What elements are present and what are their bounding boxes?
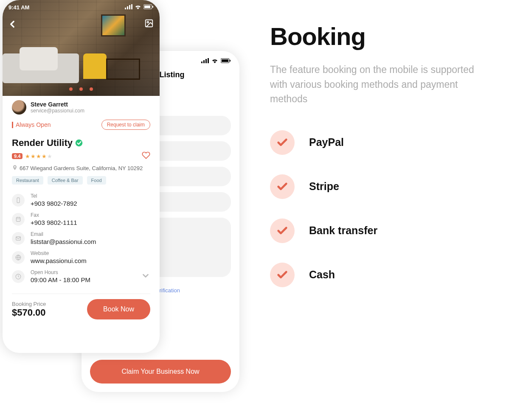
svg-rect-5	[222, 59, 228, 62]
svg-rect-13	[152, 6, 153, 8]
feature-item: Stripe	[270, 174, 491, 199]
svg-rect-8	[127, 6, 128, 9]
book-now-button[interactable]: Book Now	[87, 299, 150, 319]
battery-icon	[221, 58, 231, 64]
feature-label: Cash	[309, 269, 335, 281]
features-list: PayPal Stripe Bank transfer Cash	[270, 130, 491, 287]
phone-listing-detail: 9:41 AM Steve Garrett service@passionui.…	[3, 0, 160, 353]
info-label: Fax	[31, 212, 77, 218]
info-label: Website	[31, 250, 87, 256]
svg-rect-10	[131, 4, 132, 9]
feature-item: Cash	[270, 263, 491, 287]
star-icon: ★	[31, 153, 36, 160]
phone-icon	[12, 194, 25, 207]
info-website[interactable]: Website www.passionui.com	[12, 248, 150, 267]
star-icon: ★	[36, 153, 41, 160]
listing-address: 667 Wiegand Gardens Suite, California, N…	[20, 165, 143, 171]
star-icon: ★	[42, 153, 47, 160]
request-to-claim-button[interactable]: Request to claim	[101, 120, 150, 130]
owner-name: Steve Garrett	[31, 101, 84, 108]
svg-rect-12	[144, 6, 150, 8]
wifi-icon	[135, 4, 141, 11]
svg-rect-2	[205, 59, 207, 63]
info-value: 09:00 AM - 18:00 PM	[31, 276, 90, 283]
svg-rect-19	[16, 217, 20, 221]
price-label: Booking Price	[12, 301, 46, 307]
avatar	[12, 100, 26, 115]
feature-label: Bank transfer	[309, 224, 377, 237]
back-button[interactable]	[7, 19, 18, 31]
star-icon: ★	[47, 153, 52, 160]
check-icon	[270, 174, 295, 199]
status-time: 9:41 AM	[8, 4, 29, 11]
listing-hero[interactable]: 9:41 AM	[3, 0, 160, 96]
listing-title: Render Utility	[12, 137, 73, 148]
info-value: +903 9802-7892	[31, 200, 77, 207]
wifi-icon	[211, 58, 218, 64]
email-icon	[12, 232, 25, 245]
feature-title: Booking	[270, 22, 491, 50]
battery-icon	[143, 4, 154, 11]
signal-icon	[125, 4, 132, 11]
owner-email: service@passionui.com	[31, 108, 84, 114]
rating-score: 9.4	[12, 153, 22, 159]
owner-row[interactable]: Steve Garrett service@passionui.com	[12, 100, 150, 115]
feature-label: Stripe	[309, 180, 339, 193]
tag[interactable]: Restaurant	[12, 176, 43, 185]
svg-rect-7	[125, 8, 126, 9]
claim-business-button[interactable]: Claim Your Business Now	[90, 360, 231, 384]
svg-rect-1	[203, 60, 205, 63]
svg-rect-6	[230, 60, 231, 62]
tags-row: Restaurant Coffee & Bar Food	[12, 176, 150, 185]
status-bar: 9:41 AM	[8, 4, 154, 11]
globe-icon	[12, 251, 25, 264]
feature-description: The feature booking on the mobile is sup…	[270, 62, 491, 106]
tag[interactable]: Coffee & Bar	[48, 176, 83, 185]
info-hours[interactable]: Open Hours 09:00 AM - 18:00 PM	[12, 267, 150, 286]
star-icon: ★	[25, 153, 30, 160]
feature-item: PayPal	[270, 130, 491, 155]
svg-rect-17	[17, 198, 20, 203]
info-label: Tel	[31, 193, 77, 199]
svg-rect-0	[201, 62, 202, 63]
favorite-button[interactable]	[142, 151, 150, 161]
svg-point-16	[76, 140, 83, 147]
info-value: www.passionui.com	[31, 257, 87, 264]
feature-column: Booking The feature booking on the mobil…	[270, 22, 491, 307]
open-status: Always Open	[12, 121, 51, 128]
feature-item: Bank transfer	[270, 218, 491, 243]
check-icon	[270, 263, 295, 287]
clock-icon	[12, 270, 25, 283]
address-row[interactable]: 667 Wiegand Gardens Suite, California, N…	[12, 165, 150, 172]
divider	[12, 294, 150, 294]
signal-icon	[201, 58, 209, 64]
price-value: $570.00	[12, 307, 46, 318]
svg-point-15	[147, 21, 149, 23]
info-tel[interactable]: Tel +903 9802-7892	[12, 190, 150, 210]
info-label: Open Hours	[31, 269, 90, 275]
check-icon	[270, 218, 295, 243]
tag[interactable]: Food	[87, 176, 106, 185]
star-rating: ★ ★ ★ ★ ★	[25, 153, 52, 160]
check-icon	[270, 130, 295, 155]
chevron-down-icon	[141, 271, 150, 282]
fax-icon	[12, 213, 25, 226]
info-value: liststar@passionui.com	[31, 238, 96, 245]
verified-icon	[75, 139, 83, 147]
info-fax[interactable]: Fax +903 9802-1111	[12, 210, 150, 229]
gallery-icon[interactable]	[144, 19, 154, 30]
location-icon	[12, 165, 18, 172]
info-value: +903 9802-1111	[31, 219, 77, 226]
carousel-dots[interactable]	[3, 87, 160, 91]
svg-rect-3	[208, 58, 209, 63]
info-label: Email	[31, 231, 96, 237]
info-email[interactable]: Email liststar@passionui.com	[12, 229, 150, 248]
feature-label: PayPal	[309, 136, 344, 148]
svg-rect-9	[129, 5, 130, 9]
